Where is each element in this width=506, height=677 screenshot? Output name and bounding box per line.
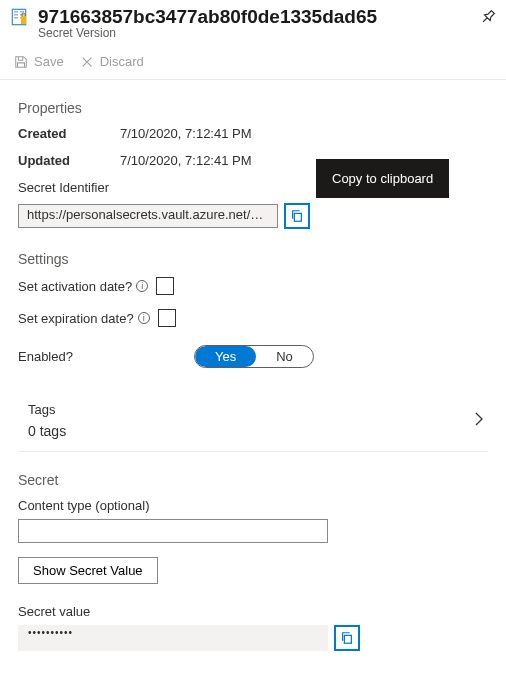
page-title: 971663857bc3477ab80f0de1335dad65 — [38, 6, 472, 28]
tags-info: Tags 0 tags — [28, 402, 66, 439]
discard-label: Discard — [100, 54, 144, 69]
copy-secret-id-button[interactable] — [284, 203, 310, 229]
header-title-row: 971663857bc3477ab80f0de1335dad65 — [10, 6, 496, 28]
content-type-input[interactable] — [18, 519, 328, 543]
save-label: Save — [34, 54, 64, 69]
secret-icon — [10, 7, 30, 27]
page-subtitle: Secret Version — [38, 26, 496, 40]
enabled-label: Enabled? — [18, 349, 194, 364]
info-icon[interactable]: i — [136, 280, 148, 292]
tags-row[interactable]: Tags 0 tags — [18, 392, 488, 452]
copy-icon — [290, 209, 304, 223]
enabled-yes[interactable]: Yes — [195, 346, 256, 367]
settings-heading: Settings — [18, 251, 488, 267]
activation-checkbox[interactable] — [156, 277, 174, 295]
secret-identifier-row: https://personalsecrets.vault.azure.net/… — [18, 203, 488, 229]
secret-section: Secret Content type (optional) Show Secr… — [18, 472, 488, 651]
enabled-row: Enabled? Yes No — [18, 345, 488, 368]
updated-label: Updated — [18, 153, 120, 168]
svg-rect-4 — [14, 17, 18, 19]
content: Properties Created 7/10/2020, 7:12:41 PM… — [0, 80, 506, 661]
tags-count: 0 tags — [28, 423, 66, 439]
close-icon — [80, 55, 94, 69]
copy-secret-value-button[interactable] — [334, 625, 360, 651]
info-icon[interactable]: i — [138, 312, 150, 324]
created-value: 7/10/2020, 7:12:41 PM — [120, 126, 252, 141]
svg-rect-8 — [294, 213, 301, 221]
enabled-no[interactable]: No — [256, 346, 313, 367]
discard-button[interactable]: Discard — [80, 54, 144, 69]
secret-value-label: Secret value — [18, 604, 488, 619]
svg-rect-5 — [20, 11, 24, 13]
updated-value: 7/10/2020, 7:12:41 PM — [120, 153, 252, 168]
properties-heading: Properties — [18, 100, 488, 116]
created-label: Created — [18, 126, 120, 141]
copy-icon — [340, 631, 354, 645]
expiration-label: Set expiration date? — [18, 311, 134, 326]
enabled-toggle[interactable]: Yes No — [194, 345, 314, 368]
save-button[interactable]: Save — [14, 54, 64, 69]
secret-identifier-input[interactable]: https://personalsecrets.vault.azure.net/… — [18, 204, 278, 228]
secret-value-input[interactable]: •••••••••• — [18, 625, 328, 651]
activation-label: Set activation date? — [18, 279, 132, 294]
created-row: Created 7/10/2020, 7:12:41 PM — [18, 126, 488, 141]
tags-label: Tags — [28, 402, 66, 417]
expiration-row: Set expiration date? i — [18, 309, 488, 327]
chevron-right-icon — [474, 411, 484, 431]
toolbar: Save Discard — [0, 44, 506, 80]
secret-heading: Secret — [18, 472, 488, 488]
content-type-label: Content type (optional) — [18, 498, 488, 513]
secret-value-row: •••••••••• — [18, 625, 488, 651]
save-icon — [14, 55, 28, 69]
pin-icon[interactable] — [477, 6, 500, 29]
page-header: 971663857bc3477ab80f0de1335dad65 Secret … — [0, 0, 506, 44]
expiration-checkbox[interactable] — [158, 309, 176, 327]
activation-row: Set activation date? i — [18, 277, 488, 295]
settings-section: Settings Set activation date? i Set expi… — [18, 251, 488, 452]
svg-rect-2 — [14, 11, 18, 13]
show-secret-value-button[interactable]: Show Secret Value — [18, 557, 158, 584]
copy-tooltip: Copy to clipboard — [316, 159, 449, 198]
svg-rect-9 — [344, 635, 351, 643]
svg-rect-3 — [14, 14, 18, 16]
